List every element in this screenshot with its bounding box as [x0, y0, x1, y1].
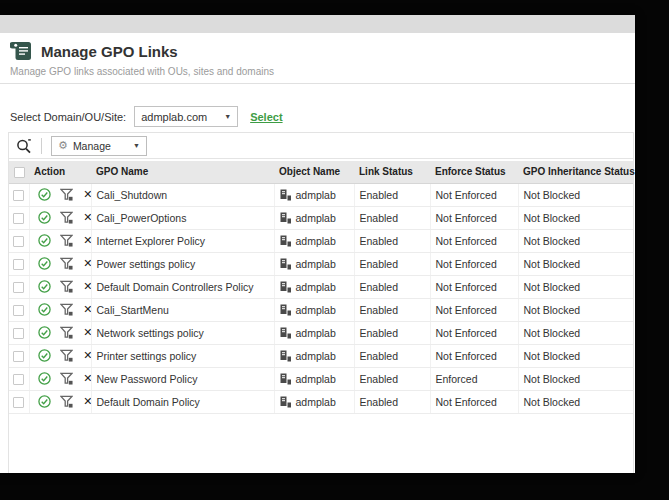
chevron-down-icon: ▼ [133, 142, 140, 149]
domain-object-icon [280, 281, 291, 293]
enforce-status-cell: Not Enforced [430, 183, 518, 206]
enforce-status-cell: Not Enforced [430, 344, 518, 367]
enable-link-icon[interactable] [38, 349, 51, 362]
enforce-status-cell: Not Enforced [430, 298, 518, 321]
object-name-cell: admplab [274, 229, 354, 252]
domain-object-icon [280, 350, 291, 362]
enable-link-icon[interactable] [38, 280, 51, 293]
object-name-text: admplab [296, 373, 336, 385]
table-row: ✕ Power settings policy admplab Enabled … [9, 252, 633, 275]
col-header-gpo-name: GPO Name [91, 161, 274, 183]
enable-link-icon[interactable] [38, 234, 51, 247]
object-name-text: admplab [296, 189, 336, 201]
domain-select-label: Select Domain/OU/Site: [10, 111, 126, 123]
enable-link-icon[interactable] [38, 188, 51, 201]
enable-link-icon[interactable] [38, 303, 51, 316]
table-row: ✕ Cali_Shutdown admplab Enabled Not Enfo… [9, 183, 633, 206]
row-checkbox[interactable] [13, 328, 24, 339]
enforce-link-icon[interactable] [60, 188, 73, 201]
table-row: ✕ Default Domain Policy admplab Enabled … [9, 390, 633, 413]
link-status-cell: Enabled [354, 321, 430, 344]
object-name-cell: admplab [274, 252, 354, 275]
select-all-checkbox[interactable] [14, 167, 25, 178]
row-checkbox[interactable] [13, 213, 24, 224]
row-checkbox[interactable] [13, 397, 24, 408]
enforce-link-icon[interactable] [60, 211, 73, 224]
col-header-action: Action [29, 161, 91, 183]
domain-select[interactable]: admplab.com ▼ [134, 106, 238, 127]
enforce-link-icon[interactable] [60, 395, 73, 408]
inheritance-status-cell: Not Blocked [518, 298, 633, 321]
inheritance-status-cell: Not Blocked [518, 321, 633, 344]
link-status-cell: Enabled [354, 390, 430, 413]
domain-object-icon [280, 373, 291, 385]
link-status-cell: Enabled [354, 229, 430, 252]
object-name-cell: admplab [274, 390, 354, 413]
row-checkbox[interactable] [13, 305, 24, 316]
row-checkbox[interactable] [13, 236, 24, 247]
col-header-inheritance-status: GPO Inheritance Status [518, 161, 633, 183]
domain-select-value: admplab.com [141, 111, 207, 123]
scroll-policy-icon [10, 39, 34, 63]
gpo-name-cell: New Password Policy [91, 367, 274, 390]
domain-object-icon [280, 258, 291, 270]
enable-link-icon[interactable] [38, 257, 51, 270]
object-name-cell: admplab [274, 183, 354, 206]
gpo-name-cell: Cali_StartMenu [91, 298, 274, 321]
inheritance-status-cell: Not Blocked [518, 183, 633, 206]
table-row: ✕ Cali_StartMenu admplab Enabled Not Enf… [9, 298, 633, 321]
toolbar-divider [41, 138, 42, 154]
row-checkbox[interactable] [13, 282, 24, 293]
link-status-cell: Enabled [354, 252, 430, 275]
table-body: ✕ Cali_Shutdown admplab Enabled Not Enfo… [9, 183, 633, 413]
search-icon[interactable] [16, 138, 32, 154]
enforce-link-icon[interactable] [60, 234, 73, 247]
enforce-link-icon[interactable] [60, 280, 73, 293]
enforce-link-icon[interactable] [60, 326, 73, 339]
table-row: ✕ Cali_PowerOptions admplab Enabled Not … [9, 206, 633, 229]
enforce-link-icon[interactable] [60, 372, 73, 385]
object-name-text: admplab [296, 396, 336, 408]
object-name-text: admplab [296, 235, 336, 247]
row-checkbox[interactable] [13, 190, 24, 201]
inheritance-status-cell: Not Blocked [518, 344, 633, 367]
enable-link-icon[interactable] [38, 326, 51, 339]
gear-icon: ⚙ [58, 140, 68, 151]
enforce-link-icon[interactable] [60, 349, 73, 362]
table-row: ✕ New Password Policy admplab Enabled En… [9, 367, 633, 390]
manage-dropdown-label: Manage [73, 140, 111, 152]
select-domain-link[interactable]: Select [250, 111, 282, 123]
enforce-status-cell: Not Enforced [430, 229, 518, 252]
enforce-link-icon[interactable] [60, 257, 73, 270]
row-checkbox[interactable] [13, 259, 24, 270]
inheritance-status-cell: Not Blocked [518, 390, 633, 413]
chevron-down-icon: ▼ [224, 113, 231, 120]
col-header-object-name: Object Name [274, 161, 354, 183]
enforce-status-cell: Not Enforced [430, 321, 518, 344]
table-row: ✕ Network settings policy admplab Enable… [9, 321, 633, 344]
enable-link-icon[interactable] [38, 372, 51, 385]
object-name-cell: admplab [274, 321, 354, 344]
gpo-name-cell: Default Domain Controllers Policy [91, 275, 274, 298]
table-toolbar: ⚙ Manage ▼ [9, 133, 633, 159]
gpo-name-cell: Printer settings policy [91, 344, 274, 367]
domain-object-icon [280, 189, 291, 201]
col-header-enforce-status: Enforce Status [430, 161, 518, 183]
object-name-cell: admplab [274, 206, 354, 229]
domain-object-icon [280, 235, 291, 247]
page-header: Manage GPO Links Manage GPO links associ… [0, 33, 635, 84]
enable-link-icon[interactable] [38, 211, 51, 224]
enforce-status-cell: Not Enforced [430, 390, 518, 413]
enable-link-icon[interactable] [38, 395, 51, 408]
gpo-name-cell: Cali_Shutdown [91, 183, 274, 206]
row-checkbox[interactable] [13, 351, 24, 362]
inheritance-status-cell: Not Blocked [518, 252, 633, 275]
table-header-row: Action GPO Name Object Name Link Status … [9, 161, 633, 183]
enforce-link-icon[interactable] [60, 303, 73, 316]
link-status-cell: Enabled [354, 367, 430, 390]
link-status-cell: Enabled [354, 275, 430, 298]
manage-dropdown[interactable]: ⚙ Manage ▼ [51, 136, 147, 156]
domain-object-icon [280, 304, 291, 316]
row-checkbox[interactable] [13, 374, 24, 385]
link-status-cell: Enabled [354, 344, 430, 367]
